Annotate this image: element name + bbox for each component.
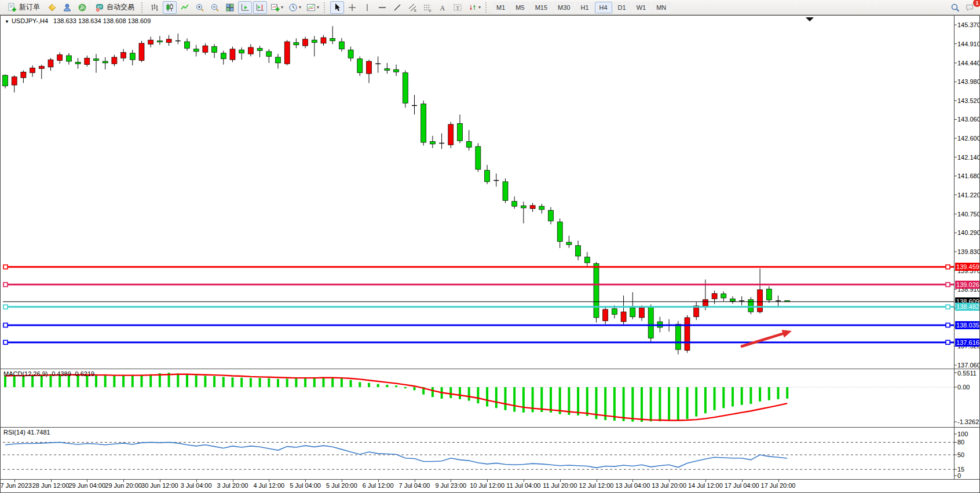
templates-button[interactable]: ▾	[304, 1, 321, 14]
crosshair-icon	[348, 2, 357, 12]
timeframe-m5-button[interactable]: M5	[511, 2, 529, 13]
chart-symbol-period: USDJPY-,H4	[12, 17, 48, 24]
clock-icon	[288, 2, 298, 12]
window-menu-icon[interactable]: ▼	[5, 19, 9, 24]
chart-window: ▼USDJPY-,H4138.633 138.634 138.608 138.6…	[0, 15, 980, 493]
price-pane[interactable]: ▼USDJPY-,H4138.633 138.634 138.608 138.6…	[1, 16, 979, 369]
fibonacci-tool-button[interactable]: F	[420, 1, 434, 14]
timeframe-mn-button[interactable]: MN	[652, 2, 671, 13]
auto-trading-button[interactable]: 自动交易	[90, 1, 138, 14]
auto-scroll-button[interactable]	[238, 1, 252, 14]
mql5-community-button[interactable]	[60, 1, 74, 14]
periods-button[interactable]: ▾	[286, 1, 303, 14]
signals-button[interactable]	[75, 1, 89, 14]
price-axis-tick: 139.830	[957, 248, 979, 256]
bar-chart-icon	[150, 2, 160, 12]
search-button[interactable]	[948, 1, 962, 14]
candlestick-chart-button[interactable]	[163, 1, 177, 14]
timeframe-d1-button[interactable]: D1	[613, 2, 631, 13]
time-axis-label: 17 Jul 20:00	[754, 482, 803, 489]
person-cloud-icon	[63, 2, 72, 12]
price-line-138.035[interactable]	[3, 323, 954, 327]
zoom-in-icon	[195, 2, 205, 12]
time-axis[interactable]: 27 Jun 202328 Jun 12:0029 Jun 04:0029 Ju…	[1, 479, 979, 492]
equidistant-channel-tool-button[interactable]: E	[405, 1, 419, 14]
chart-shift-marker[interactable]	[806, 17, 814, 21]
svg-text:F: F	[429, 9, 432, 12]
price-line-139.026[interactable]	[3, 282, 954, 286]
candlestick-chart-icon	[165, 2, 175, 12]
macd-axis-tick: 0.5511	[957, 369, 977, 377]
fibonacci-icon: F	[423, 2, 433, 12]
crosshair-tool-button[interactable]	[345, 1, 359, 14]
price-axis-tick: 142.140	[957, 153, 979, 161]
macd-pane[interactable]: MACD(12,26,9) -0.4389 -0.6219 0.55110.00…	[1, 369, 979, 427]
chart-shift-button[interactable]	[253, 1, 267, 14]
dropdown-caret: ▾	[299, 5, 301, 10]
signal-icon	[78, 2, 87, 12]
toolbar-grip	[324, 2, 327, 13]
price-tag-139.026: 139.026	[955, 281, 979, 289]
price-axis-tick: 145.370	[957, 21, 979, 29]
text-label-tool-button[interactable]: T	[451, 1, 465, 14]
metaeditor-icon	[47, 2, 57, 12]
text-label-icon: T	[453, 2, 463, 12]
price-line-139.459[interactable]	[3, 265, 954, 269]
price-line-138.482[interactable]	[3, 305, 954, 309]
rsi-axis-tick: 80	[957, 438, 964, 446]
timeframe-w1-button[interactable]: W1	[632, 2, 651, 13]
dropdown-caret: ▾	[478, 5, 481, 10]
zoom-out-button[interactable]	[208, 1, 222, 14]
main-toolbar: 新订单 自动交易	[0, 0, 980, 15]
dropdown-caret: ▾	[281, 5, 283, 10]
metaeditor-button[interactable]	[45, 1, 59, 14]
indicators-icon	[270, 2, 280, 12]
trend-arrow-annotation[interactable]	[741, 330, 792, 347]
horizontal-line-tool-button[interactable]	[375, 1, 389, 14]
timeframe-h1-button[interactable]: H1	[576, 2, 593, 13]
price-tag-139.459: 139.459	[955, 263, 979, 271]
chart-title: ▼USDJPY-,H4138.633 138.634 138.608 138.6…	[5, 17, 151, 24]
line-chart-icon	[180, 2, 190, 12]
chart-ohlc-values: 138.633 138.634 138.608 138.609	[53, 17, 151, 24]
price-line-137.616[interactable]	[3, 340, 954, 344]
bar-chart-button[interactable]	[148, 1, 162, 14]
price-tag-137.616: 137.616	[955, 339, 979, 347]
tile-windows-button[interactable]	[223, 1, 237, 14]
dropdown-caret: ▾	[317, 5, 319, 10]
toolbar-grip	[485, 2, 489, 13]
new-order-icon	[7, 2, 17, 12]
timeframe-m15-button[interactable]: M15	[531, 2, 552, 13]
candles	[3, 26, 790, 354]
rsi-axis-tick: 100	[957, 430, 968, 438]
price-axis-tick: 143.060	[957, 115, 979, 123]
rsi-axis-tick: 50	[957, 451, 964, 459]
auto-trading-label: 自动交易	[107, 2, 134, 12]
price-axis-tick: 143.980	[957, 78, 979, 86]
arrows-tool-button[interactable]: ▾	[466, 1, 482, 14]
line-chart-button[interactable]	[178, 1, 192, 14]
trendline-icon	[393, 2, 403, 12]
indicators-button[interactable]: ▾	[268, 1, 285, 14]
timeframe-toolbar: M1M5M15M30H1H4D1W1MN	[491, 2, 671, 13]
arrows-icon	[467, 2, 477, 12]
text-icon: A	[438, 2, 448, 12]
timeframe-m30-button[interactable]: M30	[553, 2, 575, 13]
timeframe-m1-button[interactable]: M1	[492, 2, 510, 13]
vertical-line-tool-button[interactable]	[360, 1, 374, 14]
trendline-tool-button[interactable]	[390, 1, 404, 14]
cursor-tool-button[interactable]	[330, 1, 344, 14]
rsi-label: RSI(14) 41.7481	[3, 429, 50, 436]
horizontal-line-icon	[378, 2, 387, 12]
timeframe-h4-button[interactable]: H4	[595, 2, 612, 13]
zoom-in-button[interactable]	[193, 1, 207, 14]
notification-badge[interactable]: 1	[973, 0, 980, 7]
search-icon	[950, 2, 960, 12]
new-order-button[interactable]: 新订单	[3, 1, 44, 14]
trading-terminal: 新订单 自动交易	[0, 0, 980, 493]
rsi-pane[interactable]: RSI(14) 41.7481 1008050150	[1, 427, 979, 479]
auto-trading-icon	[94, 2, 104, 12]
text-tool-button[interactable]: A	[436, 1, 449, 14]
auto-scroll-icon	[240, 2, 250, 12]
price-axis-tick: 144.910	[957, 40, 979, 48]
